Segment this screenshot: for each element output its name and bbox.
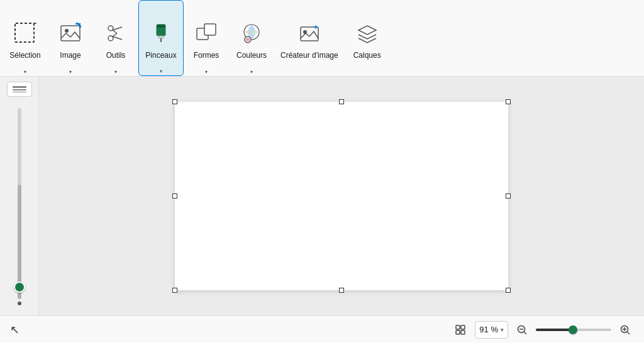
svg-rect-3 <box>61 26 80 41</box>
handle-bottom-left[interactable] <box>172 288 177 293</box>
svg-point-7 <box>108 36 113 41</box>
svg-line-33 <box>628 332 630 334</box>
calques-icon <box>352 18 382 48</box>
size-line-thick <box>13 86 26 88</box>
handle-bottom-center[interactable] <box>339 288 344 293</box>
fit-to-window-button[interactable] <box>451 320 470 339</box>
pinceaux-label: Pinceaux <box>145 51 176 60</box>
svg-line-8 <box>113 27 122 30</box>
svg-rect-23 <box>456 325 460 329</box>
svg-point-20 <box>246 38 250 41</box>
selection-label: Sélection <box>9 51 40 60</box>
toolbar-item-createur[interactable]: Créateur d'image <box>274 0 345 76</box>
outils-chevron: ▾ <box>114 69 117 75</box>
zoom-dropdown[interactable]: 91 % ▾ <box>475 321 508 339</box>
toolbar-item-pinceaux[interactable]: Pinceaux ▾ <box>138 0 184 76</box>
pinceaux-icon <box>146 18 176 48</box>
svg-rect-26 <box>461 330 465 334</box>
handle-top-center[interactable] <box>339 99 344 104</box>
outils-icon <box>101 18 131 48</box>
handle-top-left[interactable] <box>172 99 177 104</box>
svg-line-11 <box>113 33 117 36</box>
image-chevron: ▾ <box>69 69 72 75</box>
createur-icon <box>294 18 325 48</box>
toolbar-item-outils[interactable]: Outils ▾ <box>93 0 138 76</box>
handle-middle-left[interactable] <box>172 193 177 199</box>
svg-line-29 <box>525 332 527 334</box>
outils-label: Outils <box>106 51 126 60</box>
brush-size-dot <box>18 302 21 305</box>
handle-top-right[interactable] <box>506 99 511 104</box>
svg-rect-0 <box>15 23 34 42</box>
main-area <box>0 77 644 315</box>
canvas-area[interactable] <box>39 77 644 315</box>
formes-label: Formes <box>194 51 219 60</box>
fit-icon <box>455 324 466 335</box>
svg-line-9 <box>113 36 122 40</box>
zoom-slider[interactable] <box>536 329 611 331</box>
size-line-thin <box>13 92 26 92</box>
formes-chevron: ▾ <box>205 69 208 75</box>
zoom-in-button[interactable] <box>616 321 634 339</box>
size-line-mid <box>13 89 26 90</box>
svg-rect-24 <box>461 325 465 329</box>
createur-label: Créateur d'image <box>280 51 338 60</box>
image-label: Image <box>60 51 80 60</box>
couleurs-label: Couleurs <box>236 51 267 60</box>
svg-rect-17 <box>204 24 216 35</box>
handle-bottom-right[interactable] <box>506 288 511 293</box>
brush-size-track[interactable] <box>18 108 21 299</box>
zoom-out-icon <box>517 325 527 335</box>
statusbar-left: ↖ <box>10 323 446 337</box>
svg-rect-25 <box>456 330 460 334</box>
toolbar-item-formes[interactable]: Formes ▾ <box>184 0 229 76</box>
svg-rect-13 <box>158 36 164 38</box>
couleurs-chevron: ▾ <box>250 69 253 75</box>
zoom-value: 91 % <box>479 325 498 334</box>
toolbar-item-selection[interactable]: Sélection ▾ <box>3 0 48 76</box>
drawing-canvas[interactable] <box>175 102 508 290</box>
zoom-slider-thumb[interactable] <box>569 325 577 334</box>
pinceaux-chevron: ▾ <box>160 68 162 74</box>
toolbar-item-couleurs[interactable]: Couleurs ▾ <box>229 0 274 76</box>
size-panel <box>0 77 39 315</box>
statusbar-right: 91 % ▾ <box>451 320 634 339</box>
couleurs-icon <box>236 18 267 48</box>
formes-icon <box>191 18 221 48</box>
canvas-wrapper <box>175 102 508 290</box>
selection-icon <box>10 18 40 48</box>
brush-size-selector[interactable] <box>7 82 32 97</box>
zoom-in-icon <box>620 325 630 335</box>
svg-point-4 <box>65 29 69 33</box>
toolbar: Sélection ▾ Image ▾ <box>0 0 644 77</box>
handle-middle-right[interactable] <box>506 193 511 199</box>
zoom-slider-fill <box>536 329 570 331</box>
selection-chevron: ▾ <box>24 69 26 75</box>
svg-point-6 <box>108 26 113 31</box>
toolbar-item-image[interactable]: Image ▾ <box>48 0 93 76</box>
image-icon <box>55 18 86 48</box>
brush-size-thumb[interactable] <box>14 281 25 293</box>
statusbar: ↖ 91 % ▾ <box>0 315 644 343</box>
brush-size-slider-container <box>18 103 21 310</box>
svg-rect-15 <box>157 24 165 28</box>
toolbar-item-calques[interactable]: Calques <box>345 0 390 76</box>
zoom-out-button[interactable] <box>513 321 531 339</box>
cursor-icon: ↖ <box>10 323 19 337</box>
zoom-chevron-icon: ▾ <box>501 327 504 333</box>
svg-line-10 <box>113 30 117 33</box>
calques-label: Calques <box>353 51 381 60</box>
